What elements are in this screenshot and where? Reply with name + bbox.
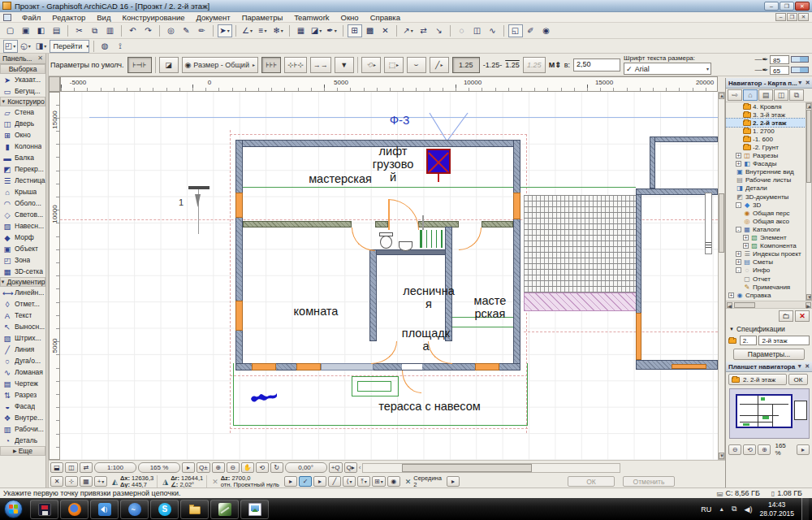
cut-icon[interactable]: ✂ [72,24,87,37]
taskbar-app-file-explorer[interactable] [180,500,209,519]
previous-zoom-icon[interactable]: +Q [329,462,343,473]
menu-item-1[interactable]: Редактор [46,13,91,22]
room-label-workshop-right[interactable]: масте рская [460,295,520,321]
pen-field-1[interactable]: 85 [770,55,789,64]
tree-expander-icon[interactable]: + [736,251,741,257]
spec-section[interactable]: ▼ Спецификации [726,323,812,335]
undo-icon[interactable]: ↶ [126,24,140,37]
tool-drawing[interactable]: ▤Чертеж [0,378,45,389]
tree-item-9[interactable]: ▤Рабочие листы [726,176,812,184]
new-folder-icon[interactable]: 🗀 [779,310,793,322]
tool-marquee[interactable]: ▭Бегущ... [0,85,45,97]
zoom-out-icon[interactable]: ⊖ [728,444,741,455]
start-button[interactable] [4,500,23,518]
menu-item-3[interactable]: Конструирование [116,13,190,22]
standard-view-icon[interactable]: ◰▾ [3,40,18,53]
panel-close-icon[interactable]: ✕ [806,80,810,86]
tray-expand-icon[interactable]: ▲ [719,506,724,512]
axis-label[interactable]: Ф-3 [382,113,417,127]
pick-up-parameters-icon[interactable]: ✎ [179,24,194,37]
tool-skylight[interactable]: ◇Светов... [0,209,45,220]
section-marker-bar[interactable] [188,186,209,189]
text-height-field[interactable]: 2,50 [573,58,620,72]
navigator-preview[interactable] [729,388,810,439]
chevron-right-icon[interactable]: ▸ [797,444,810,455]
tree-item-10[interactable]: ◨Детали [726,184,812,193]
wall[interactable] [650,136,655,188]
tool-curtain-wall[interactable]: ▨Навесн... [0,220,45,232]
pen-field-2[interactable]: 65 [770,66,789,75]
taskbar-clock[interactable]: 14:4328.07.2015 [759,500,794,518]
tree-expander-icon[interactable]: + [743,235,749,240]
tree-expander-icon[interactable]: + [736,161,741,167]
tool-elevation[interactable]: ◒Фасад [0,401,45,412]
paste-icon[interactable]: ▥ [103,24,118,37]
menu-item-0[interactable]: Файл [16,13,46,22]
wall[interactable] [235,140,243,370]
parameters-button[interactable]: Параметры... [733,349,805,360]
tool-line[interactable]: ╱Линия [0,344,45,355]
tree-item-1[interactable]: 3. 3-й этаж [726,110,812,119]
save-file-icon[interactable]: ◧ [34,24,49,37]
walk-mode-icon[interactable]: ⟟ [113,40,127,53]
room-label-stair-2[interactable]: площадк а [387,327,464,353]
wall[interactable] [650,136,718,142]
auto-intersect-icon[interactable]: ⊞ [348,24,362,37]
chevron-right-icon[interactable]: ▸ [313,476,326,487]
panel-menu-icon[interactable]: ▼ [797,363,802,370]
chevron-right-icon[interactable]: ▸ [182,462,195,473]
door-arc[interactable] [388,199,419,230]
layout-book-icon[interactable]: ◫ [774,89,788,101]
fit-window-icon[interactable]: ⇄ [80,462,93,473]
marker-over-label[interactable]: 1.25 [505,61,520,69]
view-settings-icon[interactable]: ◵▾ [19,40,33,53]
toolbox-close-icon[interactable]: ✕ [37,54,43,63]
current-view-button[interactable]: 2. 2-й этаж [728,374,787,385]
zoom-in-icon[interactable]: ⊕ [758,444,771,455]
tree-item-17[interactable]: +▨Компонента [726,242,812,250]
tool-roof[interactable]: ⌂Крыша [0,186,45,197]
project-map-icon[interactable]: ⌂ [743,89,758,101]
quick-options-icon[interactable]: ⬓ [50,462,63,473]
mdi-restore-button[interactable]: ❐ [787,13,797,21]
pen-color-swatch-2[interactable] [791,67,809,73]
layers-icon[interactable]: ≡▾ [256,24,270,37]
find-select-icon[interactable]: ◎ [164,24,179,37]
window[interactable] [636,313,641,360]
taskbar-app-floppy-disk[interactable] [30,500,58,519]
tool-mesh[interactable]: ▦3D-сетка [0,266,45,277]
dimension-settings-button[interactable]: ⊦⊣⊦ [127,57,152,73]
toolbox-section-2[interactable]: ▼Документир [0,277,45,287]
tree-expander-icon[interactable]: + [736,153,741,158]
network-icon[interactable]: ⧉ [732,505,736,514]
tree-expander-icon[interactable]: + [743,243,749,249]
add-coordinate-icon[interactable]: +▾ [94,476,107,487]
marker-mid-label[interactable]: -1.25- [483,61,503,69]
columns-grid-icon[interactable]: ▩ [363,24,378,37]
tree-item-4[interactable]: -1. 600 [726,135,812,143]
toilet[interactable] [380,236,392,249]
zoom-out-icon[interactable]: ⊖ [227,462,240,473]
tool-polyline[interactable]: ∿Ломаная [0,366,45,378]
maximize-button[interactable]: ❐ [780,2,794,11]
marker-italic-button[interactable]: 1.25 [523,57,546,73]
tool-text[interactable]: AТекст [0,310,45,321]
witness-line-button-2[interactable]: ⊹⊦⊹ [284,57,307,73]
interior-wall[interactable] [369,249,452,255]
tool-cursor[interactable]: ➤Указат... [0,74,45,85]
check-model-icon[interactable]: ◉ [539,24,554,37]
layer-button[interactable]: ◪ [159,57,179,73]
next-zoom-icon[interactable]: Q▸ [344,462,357,473]
virtual-trace-icon[interactable]: ∿ [486,24,500,37]
fill-swatch-icon[interactable]: ◪▾ [309,24,324,37]
tree-item-16[interactable]: +▧Элемент [726,234,812,242]
interior-wall[interactable] [243,221,352,228]
tool-stair[interactable]: ☰Лестница [0,175,45,186]
witness-line-button-1[interactable]: ⊦⊦⊦ [261,57,281,73]
window[interactable] [513,193,520,219]
dim-slash-button[interactable]: ╱▸ [430,57,449,73]
wall[interactable] [513,140,520,370]
tree-item-7[interactable]: +◧Фасады [726,160,812,168]
3d-window-icon[interactable]: ◱ [508,24,523,37]
zoom-fit-icon[interactable]: ⟲ [743,444,756,455]
